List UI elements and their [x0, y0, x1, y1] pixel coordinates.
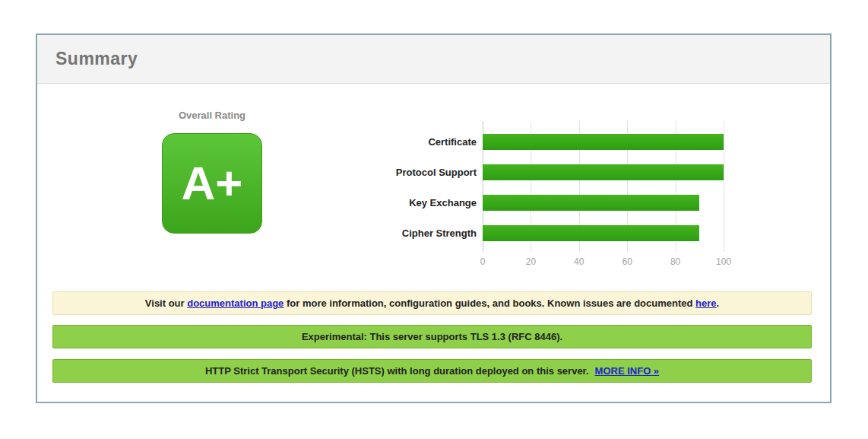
summary-panel: Summary Overall Rating A+ CertificatePro… — [36, 33, 832, 403]
rating-grade-tile: A+ — [162, 133, 262, 234]
bar-label: Key Exchange — [363, 197, 477, 208]
panel-content: Overall Rating A+ CertificateProtocol Su… — [37, 84, 830, 402]
chart-row: Certificate — [363, 126, 724, 157]
documentation-message: Visit our documentation page for more in… — [52, 291, 812, 315]
bar-track — [483, 134, 724, 150]
chart-tick-label: 0 — [480, 256, 486, 267]
bar — [483, 164, 724, 180]
panel-header: Summary — [37, 35, 830, 84]
chart-row: Protocol Support — [363, 157, 724, 187]
chart-rows: CertificateProtocol SupportKey ExchangeC… — [363, 121, 724, 248]
tls13-message: Experimental: This server supports TLS 1… — [52, 325, 812, 348]
tls13-message-text: Experimental: This server supports TLS 1… — [302, 331, 562, 342]
bar-track — [483, 164, 724, 180]
chart-row: Key Exchange — [363, 187, 724, 218]
doc-message-suffix: . — [717, 297, 720, 309]
chart-tick-label: 20 — [526, 256, 536, 267]
chart-tick-label: 60 — [622, 256, 632, 267]
chart-row: Cipher Strength — [363, 218, 724, 248]
rating-chart: CertificateProtocol SupportKey ExchangeC… — [363, 121, 724, 248]
chart-tick-label: 40 — [574, 256, 584, 267]
chart-tick-label: 80 — [670, 256, 680, 267]
doc-message-middle: for more information, configuration guid… — [284, 297, 695, 309]
chart-tick-label: 100 — [716, 256, 731, 267]
bar-track — [483, 225, 724, 241]
hsts-message: HTTP Strict Transport Security (HSTS) wi… — [52, 359, 812, 383]
chart-axis-ticks: 020406080100 — [483, 256, 724, 269]
page: { "panel": { "title": "Summary" }, "rati… — [0, 0, 868, 439]
bar — [483, 134, 724, 150]
bar-label: Certificate — [363, 136, 477, 148]
known-issues-here-link[interactable]: here — [695, 297, 716, 309]
chart-gridline — [724, 121, 724, 252]
documentation-page-link[interactable]: documentation page — [187, 297, 284, 309]
overall-rating-label: Overall Rating — [151, 110, 273, 121]
bar-track — [483, 195, 724, 211]
doc-message-prefix: Visit our — [145, 297, 187, 309]
bar-label: Cipher Strength — [363, 227, 477, 239]
rating-grade: A+ — [182, 160, 243, 207]
overall-rating-section: Overall Rating A+ — [151, 110, 273, 234]
hsts-message-text: HTTP Strict Transport Security (HSTS) wi… — [205, 365, 589, 377]
bar — [483, 195, 699, 211]
more-info-link[interactable]: MORE INFO » — [595, 365, 660, 377]
bar — [483, 225, 699, 241]
panel-title: Summary — [55, 49, 138, 69]
bar-label: Protocol Support — [363, 167, 477, 178]
